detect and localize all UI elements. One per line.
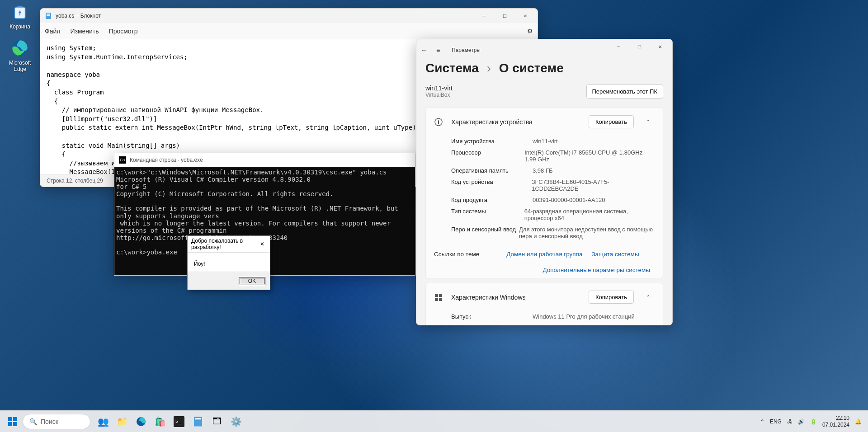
svg-text:>_: >_	[175, 419, 181, 424]
svg-point-9	[438, 120, 439, 121]
messagebox-titlebar[interactable]: Добро пожаловать в разработку! ✕	[188, 236, 270, 253]
ok-button[interactable]: OK	[239, 277, 265, 285]
breadcrumb: Система › О системе	[416, 59, 672, 80]
host-name: win11-virt	[425, 85, 453, 92]
svg-rect-5	[47, 15, 50, 16]
svg-rect-23	[195, 418, 201, 419]
link-domain[interactable]: Домен или рабочая группа	[506, 251, 582, 258]
spec-key: Код продукта	[451, 197, 533, 203]
cmd-icon: C:\	[119, 156, 126, 164]
link-advanced[interactable]: Дополнительные параметры системы	[542, 267, 650, 273]
desktop-icon-label: Корзина	[3, 23, 37, 30]
spec-value: 00391-80000-00001-AA120	[533, 197, 605, 203]
info-icon	[434, 117, 443, 127]
svg-rect-11	[435, 294, 438, 297]
maximize-button[interactable]: ☐	[494, 9, 515, 23]
taskbar-edge-icon[interactable]	[132, 413, 150, 431]
tray-notifications-icon[interactable]: 🔔	[855, 418, 862, 425]
svg-rect-4	[47, 14, 50, 15]
chevron-right-icon: ›	[487, 61, 491, 75]
desktop-icon-edge[interactable]: Microsoft Edge	[3, 39, 37, 72]
spec-value: 23H2	[533, 324, 547, 325]
svg-rect-10	[438, 121, 439, 124]
notepad-icon	[45, 12, 52, 19]
tray-battery-icon[interactable]: 🔋	[810, 418, 817, 425]
cursor-position: Строка 12, столбец 29	[47, 178, 103, 184]
spec-key: Имя устройства	[451, 138, 533, 145]
svg-rect-3	[47, 14, 50, 14]
spec-value: Intel(R) Core(TM) i7-8565U CPU @ 1.80GHz…	[524, 149, 655, 163]
search-placeholder: Поиск	[41, 418, 58, 425]
spec-key: Выпуск	[451, 313, 533, 320]
svg-rect-12	[439, 294, 442, 297]
copy-button[interactable]: Копировать	[589, 291, 634, 304]
windows-specs-card: Характеристики Windows Копировать ⌃ Выпу…	[425, 283, 663, 325]
taskbar-cmd-icon[interactable]: >_	[170, 413, 188, 431]
svg-rect-18	[13, 422, 17, 426]
close-icon[interactable]: ✕	[258, 241, 266, 247]
cmd-title: Командная строка - yoba.exe	[130, 157, 413, 163]
spec-value: win11-virt	[533, 138, 558, 145]
copy-button[interactable]: Копировать	[589, 115, 634, 128]
menu-file[interactable]: Файл	[45, 28, 60, 35]
minimize-button[interactable]: ─	[473, 9, 494, 23]
messagebox-text: Йоу!	[188, 253, 270, 272]
rename-pc-button[interactable]: Переименовать этот ПК	[586, 85, 664, 99]
crumb-about: О системе	[499, 61, 564, 75]
tray-language[interactable]: ENG	[770, 418, 782, 425]
notepad-titlebar[interactable]: yoba.cs – Блокнот ─ ☐ ✕	[40, 9, 538, 23]
menu-edit[interactable]: Изменить	[70, 28, 99, 35]
search-input[interactable]: 🔍 Поиск	[23, 414, 90, 429]
taskbar-people-icon[interactable]: 👥	[94, 413, 112, 431]
app-title: Параметры	[452, 47, 481, 53]
tray-network-icon[interactable]: 🖧	[787, 418, 793, 425]
spec-key: Тип системы	[451, 208, 524, 221]
host-sub: VirtualBox	[425, 92, 453, 98]
cmd-titlebar[interactable]: C:\ Командная строка - yoba.exe	[114, 153, 415, 167]
search-icon: 🔍	[29, 418, 37, 425]
start-button[interactable]	[4, 413, 22, 431]
tray-volume-icon[interactable]: 🔊	[798, 418, 805, 425]
system-tray: ⌃ ENG 🖧 🔊 🔋 22:10 07.01.2024 🔔	[760, 415, 864, 428]
edge-icon	[11, 39, 29, 57]
tray-date: 07.01.2024	[822, 422, 849, 428]
spec-key: Оперативная память	[451, 167, 533, 174]
recycle-bin-icon	[11, 3, 29, 21]
notepad-menubar: Файл Изменить Просмотр ⚙	[40, 23, 538, 39]
back-button[interactable]: ←	[421, 47, 430, 54]
messagebox-title: Добро пожаловать в разработку!	[191, 238, 258, 250]
chevron-up-icon[interactable]: ⌃	[642, 119, 655, 125]
spec-key: Код устройства	[451, 178, 532, 192]
svg-text:C:\: C:\	[120, 158, 125, 162]
svg-rect-24	[195, 419, 201, 420]
spec-value: Для этого монитора недоступен ввод с пом…	[519, 226, 655, 239]
link-protection[interactable]: Защита системы	[591, 251, 639, 258]
crumb-system[interactable]: Система	[425, 61, 479, 75]
spec-key: Перо и сенсорный ввод	[451, 226, 519, 239]
taskbar-explorer-icon[interactable]: 📁	[113, 413, 131, 431]
desktop-icon-label: Microsoft Edge	[3, 60, 37, 72]
links-label: Ссылки по теме	[434, 251, 479, 258]
spec-key: Процессор	[451, 149, 524, 163]
menu-view[interactable]: Просмотр	[109, 28, 138, 35]
spec-value: 3,98 ГБ	[533, 167, 552, 174]
taskbar-app-icon[interactable]: 🗔	[208, 413, 226, 431]
spec-key: Версия	[451, 324, 533, 325]
taskbar-settings-icon[interactable]: ⚙️	[227, 413, 245, 431]
notepad-title: yoba.cs – Блокнот	[56, 13, 473, 19]
windows-start-icon	[7, 416, 18, 427]
tray-clock[interactable]: 22:10 07.01.2024	[822, 415, 849, 428]
taskbar-notepad-icon[interactable]	[189, 413, 207, 431]
spec-value: Windows 11 Pro для рабочих станций	[533, 313, 635, 320]
taskbar-store-icon[interactable]: 🛍️	[151, 413, 169, 431]
settings-nav: ← ≡ Параметры	[416, 41, 672, 59]
windows-specs-title: Характеристики Windows	[451, 294, 580, 301]
hamburger-icon[interactable]: ≡	[436, 47, 445, 54]
settings-gear-icon[interactable]: ⚙	[527, 28, 533, 35]
tray-chevron-up-icon[interactable]: ⌃	[760, 418, 764, 425]
desktop-icon-recycle-bin[interactable]: Корзина	[3, 3, 37, 30]
chevron-up-icon[interactable]: ⌃	[642, 294, 655, 301]
spec-value: 3FC738B4-EE60-4015-A7F5-1CDD2EBCA2DE	[532, 178, 655, 192]
svg-rect-13	[435, 298, 438, 301]
close-button[interactable]: ✕	[515, 9, 536, 23]
